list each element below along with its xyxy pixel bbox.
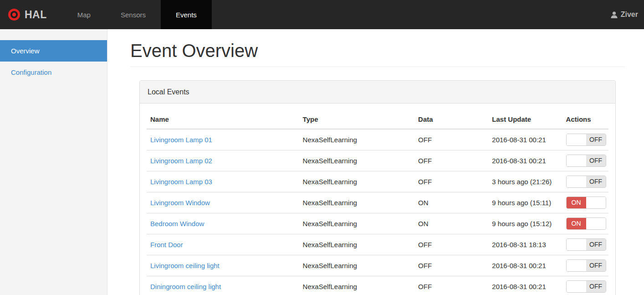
event-name-link[interactable]: Livingroom Lamp 01	[150, 136, 212, 144]
toggle-on-label: ON	[567, 197, 586, 208]
user-menu[interactable]: Ziver	[604, 0, 644, 29]
events-table-body: Livingroom Lamp 01 NexaSelfLearning OFF …	[147, 129, 608, 295]
column-header-last-update: Last Update	[488, 110, 562, 129]
table-row: Livingroom Lamp 02 NexaSelfLearning OFF …	[147, 150, 608, 171]
column-header-data: Data	[414, 110, 488, 129]
event-type-cell: NexaSelfLearning	[299, 171, 415, 192]
nav-item-events[interactable]: Events	[161, 0, 212, 29]
column-header-name: Name	[147, 110, 299, 129]
table-row: Livingroom Lamp 01 NexaSelfLearning OFF …	[147, 129, 608, 150]
toggle-switch[interactable]: ON OFF	[566, 176, 606, 188]
event-name-link[interactable]: Livingroom Window	[150, 199, 210, 207]
sidebar: Overview Configuration	[0, 29, 107, 295]
column-header-type: Type	[299, 110, 415, 129]
nav-item-map[interactable]: Map	[62, 0, 106, 29]
event-last-update-cell: 2016-08-31 18:13	[488, 234, 562, 255]
event-data-cell: OFF	[414, 276, 488, 295]
toggle-off-label: OFF	[586, 155, 606, 166]
panel-title: Local Events	[140, 81, 615, 104]
panel-body: Name Type Data Last Update Actions Livin…	[140, 104, 615, 295]
event-data-cell: ON	[414, 213, 488, 234]
toggle-off-label: OFF	[586, 176, 606, 187]
event-data-cell: OFF	[414, 234, 488, 255]
event-name-link[interactable]: Livingroom Lamp 02	[150, 157, 212, 165]
table-row: Livingroom Lamp 03 NexaSelfLearning OFF …	[147, 171, 608, 192]
table-row: Diningroom ceiling light NexaSelfLearnin…	[147, 276, 608, 295]
main-content: Event Overview Local Events Name Type	[107, 29, 644, 295]
toggle-switch[interactable]: ON OFF	[566, 280, 606, 293]
event-last-update-cell: 2016-08-31 00:21	[488, 255, 562, 276]
nav-item-sensors[interactable]: Sensors	[106, 0, 161, 29]
event-last-update-cell: 3 hours ago (21:26)	[488, 171, 562, 192]
event-type-cell: NexaSelfLearning	[299, 129, 415, 150]
toggle-knob	[567, 281, 586, 292]
toggle-knob	[567, 239, 586, 250]
event-data-cell: OFF	[414, 171, 488, 192]
sidebar-item-overview[interactable]: Overview	[0, 40, 107, 62]
event-type-cell: NexaSelfLearning	[299, 150, 415, 171]
toggle-off-label: OFF	[586, 134, 606, 145]
user-name: Ziver	[621, 10, 638, 19]
events-table-head: Name Type Data Last Update Actions	[147, 110, 608, 129]
event-name-link[interactable]: Front Door	[150, 241, 183, 248]
toggle-knob	[567, 176, 586, 187]
toggle-on-label: ON	[567, 218, 586, 229]
event-last-update-cell: 2016-08-31 00:21	[488, 129, 562, 150]
toggle-switch[interactable]: ON OFF	[566, 217, 606, 230]
event-type-cell: NexaSelfLearning	[299, 213, 415, 234]
event-name-link[interactable]: Bedroom Window	[150, 220, 204, 228]
toggle-knob	[567, 260, 586, 271]
table-row: Front Door NexaSelfLearning OFF 2016-08-…	[147, 234, 608, 255]
event-name-link[interactable]: Diningroom ceiling light	[150, 283, 221, 290]
main-nav: Map Sensors Events	[62, 0, 212, 29]
local-events-panel: Local Events Name Type Data Last Update	[139, 80, 616, 295]
toggle-off-label: OFF	[586, 281, 606, 292]
table-row: Bedroom Window NexaSelfLearning ON 9 hou…	[147, 213, 608, 234]
toggle-switch[interactable]: ON OFF	[566, 197, 606, 209]
event-last-update-cell: 9 hours ago (15:11)	[488, 192, 562, 213]
panel-wrapper: Local Events Name Type Data Last Update	[130, 80, 625, 295]
toggle-switch[interactable]: ON OFF	[566, 238, 606, 251]
top-navbar: HAL Map Sensors Events Ziver	[0, 0, 644, 29]
page-header: Event Overview	[130, 41, 625, 67]
toggle-switch[interactable]: ON OFF	[566, 155, 606, 167]
hal-bullseye-logo-icon	[8, 8, 20, 21]
event-name-link[interactable]: Livingroom Lamp 03	[150, 178, 212, 186]
event-last-update-cell: 9 hours ago (15:12)	[488, 213, 562, 234]
toggle-off-label: OFF	[586, 239, 606, 250]
event-last-update-cell: 2016-08-31 00:21	[488, 276, 562, 295]
event-last-update-cell: 2016-08-31 00:21	[488, 150, 562, 171]
events-table: Name Type Data Last Update Actions Livin…	[147, 110, 608, 295]
event-data-cell: OFF	[414, 255, 488, 276]
event-data-cell: ON	[414, 192, 488, 213]
toggle-knob	[567, 134, 586, 145]
toggle-switch[interactable]: ON OFF	[566, 259, 606, 272]
event-type-cell: NexaSelfLearning	[299, 234, 415, 255]
user-icon	[610, 11, 618, 19]
page-title: Event Overview	[130, 41, 625, 61]
table-row: Livingroom Window NexaSelfLearning ON 9 …	[147, 192, 608, 213]
table-row: Livingroom ceiling light NexaSelfLearnin…	[147, 255, 608, 276]
event-type-cell: NexaSelfLearning	[299, 255, 415, 276]
event-name-link[interactable]: Livingroom ceiling light	[150, 262, 220, 269]
brand[interactable]: HAL	[0, 0, 54, 29]
sidebar-nav: Overview Configuration	[0, 40, 107, 83]
toggle-knob	[586, 197, 606, 208]
page-layout: Overview Configuration Event Overview Lo…	[0, 29, 644, 295]
toggle-off-label: OFF	[586, 260, 606, 271]
event-data-cell: OFF	[414, 150, 488, 171]
brand-label: HAL	[25, 9, 47, 21]
toggle-switch[interactable]: ON OFF	[566, 134, 606, 146]
toggle-knob	[567, 155, 586, 166]
event-data-cell: OFF	[414, 129, 488, 150]
toggle-knob	[586, 218, 606, 229]
column-header-actions: Actions	[562, 110, 608, 129]
navbar-spacer	[212, 0, 604, 29]
event-type-cell: NexaSelfLearning	[299, 276, 415, 295]
event-type-cell: NexaSelfLearning	[299, 192, 415, 213]
sidebar-item-configuration[interactable]: Configuration	[0, 62, 107, 83]
